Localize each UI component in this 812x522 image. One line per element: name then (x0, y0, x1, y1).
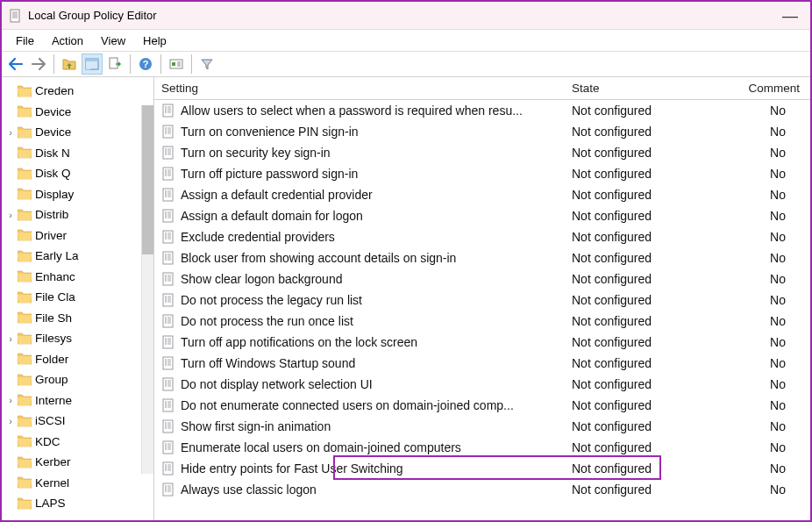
policy-row[interactable]: Turn off app notifications on the lock s… (154, 332, 810, 353)
up-folder-button[interactable] (59, 54, 80, 75)
scrollbar-thumb[interactable] (142, 105, 153, 254)
menu-action[interactable]: Action (43, 32, 92, 49)
tree-item[interactable]: Group (2, 369, 153, 390)
menu-file[interactable]: File (7, 32, 43, 49)
policy-comment: No (714, 251, 810, 265)
policy-row[interactable]: Do not display network selection UINot c… (154, 374, 810, 395)
show-tree-button[interactable] (82, 54, 103, 75)
policy-row[interactable]: Assign a default credential providerNot … (154, 184, 810, 205)
policy-comment: No (714, 104, 810, 118)
policy-row[interactable]: Show clear logon backgroundNot configure… (154, 268, 810, 290)
policy-row[interactable]: Turn on convenience PIN sign-inNot confi… (154, 121, 810, 142)
svg-text:?: ? (143, 59, 149, 69)
expand-icon[interactable]: › (5, 127, 16, 138)
policy-row[interactable]: Turn off picture password sign-inNot con… (154, 163, 810, 184)
tree-item[interactable]: Folder (2, 349, 153, 370)
tree-label: Device (35, 125, 71, 139)
menu-view[interactable]: View (92, 32, 134, 49)
help-button[interactable]: ? (135, 54, 156, 75)
expand-icon[interactable]: › (5, 395, 16, 405)
tree-item[interactable]: ›Distrib (2, 204, 153, 225)
policy-comment: No (714, 461, 810, 476)
content-area: CredenDevice›DeviceDisk NDisk QDisplay›D… (2, 77, 810, 520)
app-window: Local Group Policy Editor — File Action … (0, 0, 812, 522)
tree-item[interactable]: Display (2, 184, 153, 205)
back-button[interactable] (5, 54, 26, 75)
forward-button[interactable] (28, 54, 49, 75)
tree-item[interactable]: Disk Q (2, 163, 153, 184)
expand-icon[interactable]: › (5, 210, 16, 220)
expand-icon[interactable]: › (5, 333, 16, 344)
tree-item[interactable]: ›Interne (2, 390, 153, 411)
tree-item[interactable]: File Cla (2, 287, 153, 308)
policy-state: Not configured (565, 483, 714, 497)
list-body[interactable]: Allow users to select when a password is… (154, 100, 810, 520)
policy-comment: No (714, 125, 810, 139)
toolbar: ? (2, 51, 810, 77)
svg-rect-6 (86, 59, 98, 61)
tree-item[interactable]: Creden (2, 81, 153, 102)
policy-name: Do not process the run once list (181, 314, 353, 328)
tree-item[interactable]: ›Filesys (2, 328, 153, 349)
tree-item[interactable]: Disk N (2, 143, 153, 164)
policy-row[interactable]: Allow users to select when a password is… (154, 100, 810, 121)
policy-name: Show first sign-in animation (181, 419, 331, 433)
policy-comment: No (714, 167, 810, 181)
policy-name: Turn off app notifications on the lock s… (181, 335, 417, 349)
policy-comment: No (714, 483, 810, 497)
tree-label: Kerber (35, 455, 71, 468)
policy-name: Assign a default credential provider (181, 188, 373, 202)
column-setting[interactable]: Setting (154, 82, 565, 95)
policy-name: Allow users to select when a password is… (181, 104, 523, 118)
tree-label: Distrib (35, 208, 68, 221)
policy-state: Not configured (565, 419, 714, 433)
policy-row[interactable]: Always use classic logonNot configuredNo (154, 479, 810, 500)
export-button[interactable] (104, 54, 125, 75)
window-title: Local Group Policy Editor (28, 9, 777, 22)
policy-row[interactable]: Do not enumerate connected users on doma… (154, 395, 810, 416)
policy-state: Not configured (565, 272, 714, 286)
policy-row[interactable]: Show first sign-in animationNot configur… (154, 416, 810, 437)
tree-item[interactable]: Driver (2, 225, 153, 247)
tree-label: Device (35, 105, 71, 118)
list-pane: Setting State Comment Allow users to sel… (154, 77, 810, 520)
tree-item[interactable]: File Sh (2, 308, 153, 329)
policy-comment: No (714, 398, 810, 412)
policy-row[interactable]: Exclude credential providersNot configur… (154, 226, 810, 247)
policy-state: Not configured (565, 209, 714, 223)
column-comment[interactable]: Comment (714, 82, 810, 95)
tree-item[interactable]: ›iSCSI (2, 411, 153, 432)
tree-label: Interne (35, 394, 72, 407)
policy-state: Not configured (565, 104, 714, 118)
tree-item[interactable]: Early La (2, 246, 153, 267)
policy-row[interactable]: Do not process the run once listNot conf… (154, 311, 810, 332)
tree-item[interactable]: Enhanc (2, 267, 153, 288)
tree-scrollbar[interactable] (141, 105, 153, 474)
tree-item[interactable]: LAPS (2, 493, 153, 514)
filter-button[interactable] (196, 54, 217, 75)
policy-name: Turn on convenience PIN sign-in (181, 125, 359, 139)
menu-help[interactable]: Help (134, 32, 175, 49)
policy-row[interactable]: Enumerate local users on domain-joined c… (154, 437, 810, 458)
tree-item[interactable]: Kernel (2, 473, 153, 494)
policy-row[interactable]: Do not process the legacy run listNot co… (154, 290, 810, 311)
policy-row[interactable]: Turn on security key sign-inNot configur… (154, 142, 810, 163)
tree-item[interactable]: Device (2, 102, 153, 123)
policy-comment: No (714, 356, 810, 370)
tree-item[interactable]: KDC (2, 432, 153, 453)
policy-row[interactable]: Block user from showing account details … (154, 247, 810, 268)
policy-row[interactable]: Turn off Windows Startup soundNot config… (154, 353, 810, 374)
minimize-button[interactable]: — (777, 8, 803, 24)
tree-pane[interactable]: CredenDevice›DeviceDisk NDisk QDisplay›D… (2, 77, 154, 520)
title-bar[interactable]: Local Group Policy Editor — (2, 2, 810, 30)
tree-label: Creden (35, 84, 74, 97)
tree-item[interactable]: ›Device (2, 122, 153, 143)
tree-label: Group (35, 373, 68, 386)
tree-item[interactable]: Kerber (2, 452, 153, 473)
column-state[interactable]: State (565, 82, 714, 95)
policy-state: Not configured (565, 398, 714, 412)
policy-row[interactable]: Assign a default domain for logonNot con… (154, 205, 810, 226)
expand-icon[interactable]: › (5, 416, 16, 426)
policy-row[interactable]: Hide entry points for Fast User Switchin… (154, 458, 810, 479)
options-button[interactable] (166, 54, 187, 75)
